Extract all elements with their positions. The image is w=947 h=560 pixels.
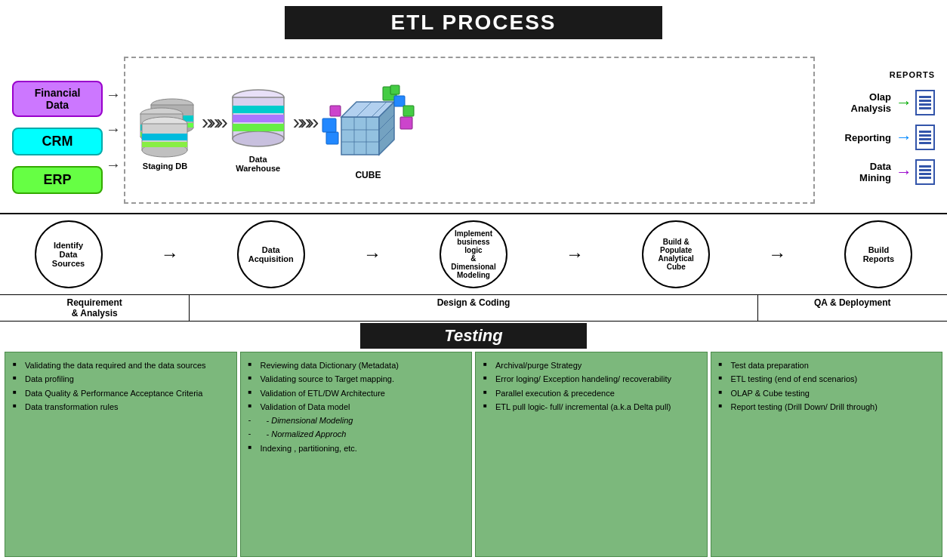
svg-rect-20	[233, 124, 284, 131]
dw-to-cube-arrows: »»»	[293, 110, 315, 134]
main-wrapper: ETL PROCESS FinancialData CRM ERP → → →	[0, 0, 947, 560]
phase-qa: QA & Deployment	[758, 295, 947, 321]
test-item: Indexing , partitioning, etc.	[248, 442, 464, 455]
test-item: OLAP & Cube testing	[719, 386, 935, 400]
arrow-1: →	[161, 244, 179, 265]
test-item: ETL testing (end of end scenarios)	[719, 372, 935, 386]
reporting-arrow: →	[896, 128, 912, 147]
reports-section: REPORTS OlapAnalysis → Reporting →	[827, 70, 935, 189]
test-item: Parallel execution & precedence	[483, 386, 699, 400]
svg-rect-35	[400, 117, 412, 129]
test-item: Data profiling	[13, 372, 229, 386]
erp-arrow: →	[106, 156, 121, 174]
arrow-2: →	[363, 244, 381, 265]
olap-arrow: →	[896, 93, 912, 112]
svg-rect-14	[142, 142, 187, 147]
test-item: Archival/purge Strategy	[483, 358, 699, 372]
test-item-sub: - Normalized Approch	[248, 427, 464, 441]
phase-requirement: Requirement& Analysis	[0, 295, 190, 321]
test-item: Validation of Data model	[248, 400, 464, 414]
step-acquisition: DataAcquisition	[237, 220, 305, 288]
test-item: Validating source to Target mapping.	[248, 372, 464, 386]
test-item-sub: - Dimensional Modeling	[248, 414, 464, 427]
process-steps-row: IdentifyDataSources → DataAcquisition → …	[0, 213, 947, 294]
svg-point-17	[233, 131, 284, 146]
build-reports-circle: BuildReports	[844, 220, 912, 288]
olap-report-doc	[915, 90, 935, 115]
warehouse-label: DataWarehouse	[236, 155, 280, 173]
staging-db: Staging DB	[133, 90, 197, 171]
svg-rect-37	[322, 118, 336, 132]
test-item: Test data preparation	[719, 358, 935, 372]
svg-rect-13	[142, 134, 187, 140]
testing-card-1-list: Validating the data required and the dat…	[13, 358, 229, 414]
svg-rect-39	[390, 85, 399, 94]
identify-circle: IdentifyDataSources	[35, 220, 103, 288]
source-arrows: → → →	[106, 77, 121, 183]
arrow-4: →	[768, 244, 786, 265]
process-section: IdentifyDataSources → DataAcquisition → …	[0, 213, 947, 322]
build-cube-circle: Build &PopulateAnalyticalCube	[642, 220, 710, 288]
test-item: Data Quality & Performance Acceptance Cr…	[13, 386, 229, 400]
crm-source: CRM	[12, 128, 103, 155]
datamining-doc	[915, 159, 935, 185]
test-item: Reviewing data Dictionary (Metadata)	[248, 358, 464, 372]
testing-card-4: Test data preparation ETL testing (end o…	[711, 352, 943, 557]
testing-card-2: Reviewing data Dictionary (Metadata) Val…	[240, 352, 473, 557]
acquisition-circle: DataAcquisition	[237, 220, 305, 288]
olap-row: OlapAnalysis →	[827, 90, 935, 115]
reporting-row: Reporting →	[827, 125, 935, 150]
erp-source: ERP	[12, 166, 103, 194]
datamining-arrow: →	[896, 162, 912, 182]
svg-rect-34	[394, 96, 405, 106]
test-item: Data transformation rules	[13, 400, 229, 414]
reporting-label: Reporting	[827, 132, 891, 143]
datamining-row: DataMining →	[827, 159, 935, 185]
step-build-cube: Build &PopulateAnalyticalCube	[642, 220, 710, 288]
staging-db-icon	[133, 90, 197, 162]
testing-section: Testing	[0, 323, 947, 349]
staging-db-label: Staging DB	[143, 162, 187, 171]
etl-dotted-region: Staging DB »»» DataWarehouse »»»	[124, 57, 815, 204]
cube-label: CUBE	[355, 170, 381, 180]
testing-card-3: Archival/purge Strategy Error loging/ Ex…	[475, 352, 708, 557]
svg-rect-18	[233, 106, 284, 113]
phase-labels: Requirement& Analysis Design & Coding QA…	[0, 294, 947, 322]
top-flow-section: FinancialData CRM ERP → → →	[0, 39, 947, 213]
arrow-3: →	[566, 244, 584, 265]
test-item: Validating the data required and the dat…	[13, 358, 229, 372]
test-item: ETL pull logic- full/ incremental (a.k.a…	[483, 400, 699, 414]
crm-arrow: →	[106, 121, 121, 138]
reports-header: REPORTS	[827, 70, 935, 79]
cube-icon	[319, 79, 417, 170]
data-sources: FinancialData CRM ERP	[12, 81, 103, 194]
phase-design: Design & Coding	[190, 295, 757, 321]
step-build-reports: BuildReports	[844, 220, 912, 288]
testing-card-1: Validating the data required and the dat…	[5, 352, 237, 557]
cube-section: CUBE	[319, 79, 417, 180]
step-identify: IdentifyDataSources	[35, 220, 103, 288]
data-warehouse: DataWarehouse	[228, 87, 288, 173]
testing-card-2-list: Reviewing data Dictionary (Metadata) Val…	[248, 358, 464, 455]
svg-rect-40	[403, 106, 414, 116]
svg-rect-38	[330, 106, 341, 116]
testing-cards: Validating the data required and the dat…	[0, 349, 947, 560]
warehouse-db-icon	[228, 87, 288, 155]
testing-card-3-list: Archival/purge Strategy Error loging/ Ex…	[483, 358, 699, 414]
testing-title: Testing	[360, 323, 587, 349]
step-implement: Implementbusinesslogic&DimensionalModeli…	[440, 220, 507, 288]
financial-arrow: →	[106, 86, 121, 103]
financial-data-source: FinancialData	[12, 81, 103, 117]
implement-circle: Implementbusinesslogic&DimensionalModeli…	[440, 220, 507, 288]
staging-to-dw-arrows: »»»	[202, 110, 224, 134]
etl-title: ETL PROCESS	[285, 6, 662, 39]
olap-label: OlapAnalysis	[827, 91, 891, 114]
svg-rect-19	[233, 115, 284, 122]
svg-rect-36	[326, 132, 338, 144]
test-item: Report testing (Drill Down/ Drill throug…	[719, 400, 935, 414]
reporting-doc	[915, 125, 935, 150]
svg-marker-21	[341, 117, 379, 155]
test-item: Error loging/ Exception handeling/ recov…	[483, 372, 699, 386]
test-item: Validation of ETL/DW Architecture	[248, 386, 464, 400]
testing-card-4-list: Test data preparation ETL testing (end o…	[719, 358, 935, 414]
